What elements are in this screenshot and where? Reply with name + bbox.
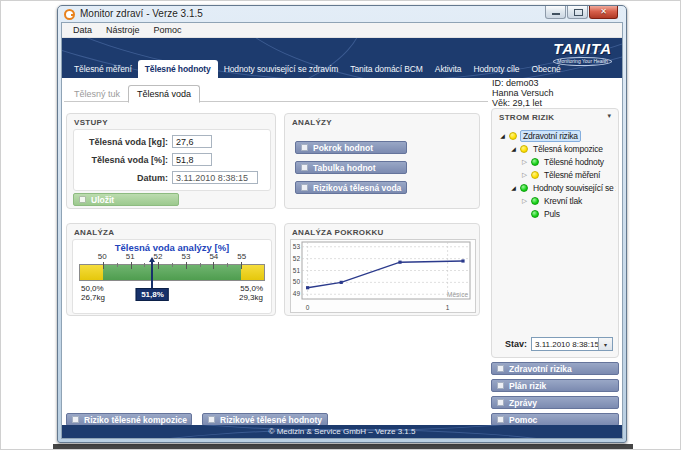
gauge-tick-label: 51	[126, 252, 135, 261]
green-status-dot	[531, 210, 539, 218]
green-status-dot	[520, 184, 528, 192]
analyses-panel-title: ANALÝZY	[292, 118, 332, 127]
yellow-status-dot	[520, 145, 528, 153]
collapse-panel-icon[interactable]: ▾	[607, 112, 611, 120]
tabulka-hodnot-button[interactable]: Tabulka hodnot	[295, 161, 407, 174]
date-input[interactable]	[172, 171, 258, 184]
status-dropdown[interactable]: 3.11.2010 8:38:15 ▾	[531, 337, 613, 351]
gauge-tick-label: 54	[209, 252, 218, 261]
gauge-minor-tick	[200, 263, 201, 267]
water-kg-label: Tělesná voda [kg]:	[80, 137, 168, 147]
gauge-tick-mark	[213, 262, 214, 269]
screen: Monitor zdraví - Verze 3.1.5 DataNástroj…	[0, 0, 681, 450]
tree-expander-icon[interactable]: ◢	[510, 184, 517, 191]
sidebar-buttons: Zdravotní rizikaPlán rizikZprávyPomoc	[491, 362, 619, 426]
status-value: 3.11.2010 8:38:15	[535, 340, 599, 349]
save-icon	[79, 196, 86, 203]
yellow-status-dot	[531, 171, 539, 179]
menu-item-data[interactable]: Data	[66, 25, 99, 35]
tree-node-telesne-mereni[interactable]: ▷Tělesné měření	[495, 168, 616, 181]
gauge-bar	[79, 264, 265, 281]
subtab-telesny-tuk[interactable]: Tělesný tuk	[66, 86, 128, 102]
field-row: Datum:	[80, 171, 266, 184]
zpravy-label: Zprávy	[509, 398, 537, 408]
tree-expander-icon[interactable]: ◢	[510, 145, 517, 152]
save-button[interactable]: Uložit	[73, 193, 179, 206]
tree-node-label: Puls	[542, 209, 562, 219]
field-row: Tělesná voda [kg]:	[80, 135, 266, 148]
zpravy-button[interactable]: Zprávy	[491, 396, 619, 409]
water-pct-input[interactable]	[172, 153, 212, 166]
footer-text: © Medizin & Service GmbH – Verze 3.1.5	[269, 427, 416, 436]
inputs-panel: VSTUPY Tělesná voda [kg]: Tělesná voda […	[66, 113, 276, 209]
title-bar[interactable]: Monitor zdraví - Verze 3.1.5	[58, 6, 626, 22]
subtab-telesna-voda[interactable]: Tělesná voda	[128, 85, 200, 103]
tree-node-label: Tělesné měření	[542, 170, 602, 180]
menu-item-nastroje[interactable]: Nástroje	[99, 25, 147, 35]
close-button[interactable]	[589, 6, 618, 19]
zdravotni-rizika-label: Zdravotní rizika	[509, 364, 572, 374]
tree-expander-icon[interactable]: ◢	[499, 132, 506, 139]
inputs-panel-body: Tělesná voda [kg]: Tělesná voda [%]: Dat…	[73, 129, 271, 191]
maximize-button[interactable]	[567, 6, 588, 19]
water-pct-label: Tělesná voda [%]:	[80, 155, 168, 165]
plan-rizik-button[interactable]: Plán rizik	[491, 379, 619, 392]
patient-info: ID: demo03 Hanna Versuch Věk: 29,1 let	[492, 78, 554, 108]
tab-hodnoty-souvisejici-se-zdravim[interactable]: Hodnoty související se zdravím	[218, 61, 345, 78]
rizikova-telesna-voda-label: Riziková tělesná voda	[313, 183, 401, 193]
pokrok-hodnot-button[interactable]: Pokrok hodnot	[295, 141, 407, 154]
svg-text:53: 53	[293, 243, 301, 250]
tree-node-label: Zdravotní rizika	[520, 130, 581, 142]
button-icon	[497, 382, 504, 389]
gauge-tick-mark	[186, 262, 187, 269]
svg-text:51: 51	[293, 267, 301, 274]
button-icon	[497, 416, 504, 423]
tree-node-label: Krevní tlak	[542, 196, 584, 206]
tab-aktivita[interactable]: Aktivita	[429, 61, 468, 78]
pokrok-hodnot-label: Pokrok hodnot	[313, 143, 373, 153]
tree-node-telesna-kompozice[interactable]: ◢Tělesná kompozice	[495, 142, 616, 155]
water-kg-input[interactable]	[172, 135, 212, 148]
tree-node-krevni-tlak[interactable]: ▷Krevní tlak	[495, 194, 616, 207]
tree-expander-icon[interactable]: ▷	[521, 171, 528, 179]
rizikova-telesna-voda-button[interactable]: Riziková tělesná voda	[295, 181, 407, 194]
zdravotni-rizika-button[interactable]: Zdravotní rizika	[491, 362, 619, 375]
tree-expander-icon[interactable]: ▷	[521, 197, 528, 205]
tab-obecne[interactable]: Obecné	[525, 61, 566, 78]
inputs-panel-title: VSTUPY	[74, 118, 108, 127]
tree-node-zdravotni-rizika[interactable]: ◢Zdravotní rizika	[495, 129, 616, 142]
svg-text:50: 50	[293, 278, 301, 285]
tanita-logo-text: TANITA	[553, 42, 612, 56]
tab-hodnoty-cile[interactable]: Hodnoty cíle	[467, 61, 525, 78]
client-area: DataNástrojePomoc TANITA Monitoring Your…	[61, 22, 623, 439]
yellow-status-dot	[509, 132, 517, 140]
tree-expander-icon[interactable]: ▷	[521, 158, 528, 166]
risk-tree-panel-title: STROM RIZIK	[499, 113, 554, 122]
chevron-down-icon[interactable]: ▾	[598, 338, 612, 350]
risk-tree: ◢Zdravotní rizika◢Tělesná kompozice▷Těle…	[495, 129, 616, 220]
tab-tanita-domaci-bcm[interactable]: Tanita domácí BCM	[344, 61, 428, 78]
patient-name: Hanna Versuch	[492, 88, 554, 98]
tab-telesne-mereni[interactable]: Tělesné měření	[68, 61, 138, 78]
gauge-tick-label: 55	[237, 252, 246, 261]
svg-text:Měsíce: Měsíce	[447, 291, 468, 298]
app-icon	[64, 9, 75, 20]
svg-text:52: 52	[293, 255, 301, 262]
rizikove-telesne-hodnoty-label: Rizikové tělesné hodnoty	[220, 415, 322, 425]
progress-panel: ANALÝZA POKROKKU 495051525301Měsíce	[284, 223, 480, 316]
svg-text:49: 49	[293, 290, 301, 297]
tabulka-hodnot-label: Tabulka hodnot	[313, 163, 376, 173]
svg-text:1: 1	[446, 304, 450, 311]
tree-node-hodnoty-souvisejici-se-zdravim[interactable]: ◢Hodnoty související se zdravím	[495, 181, 616, 194]
tree-node-puls[interactable]: Puls	[495, 207, 616, 220]
tree-node-telesne-hodnoty[interactable]: ▷Tělesné hodnoty	[495, 155, 616, 168]
gauge-tick-mark	[103, 262, 104, 269]
gauge-left-percent: 50,0%	[81, 284, 105, 293]
gauge-needle	[151, 261, 153, 288]
gauge-minor-tick	[227, 263, 228, 267]
status-row: Stav: 3.11.2010 8:38:15 ▾	[498, 337, 613, 351]
minimize-button[interactable]	[545, 6, 566, 19]
menu-item-pomoc[interactable]: Pomoc	[147, 25, 189, 35]
tab-telesne-hodnoty[interactable]: Tělesné hodnoty	[138, 60, 218, 78]
progress-line-chart: 495051525301Měsíce	[290, 239, 476, 313]
